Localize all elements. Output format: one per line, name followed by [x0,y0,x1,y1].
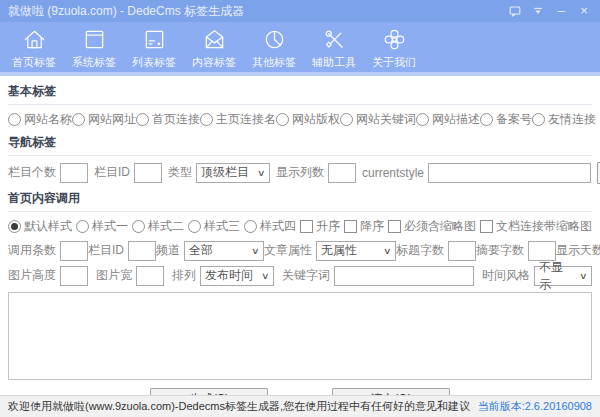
toolbar-item[interactable]: 系统标签 [64,22,124,72]
img-height-field: 图片高度 [8,266,88,286]
summary-len-input[interactable] [528,241,556,261]
radio-icon [136,113,149,126]
checkbox-option-label: 必须含缩略图 [404,218,476,235]
radio-icon [200,113,213,126]
checkbox-option[interactable]: 降序 [344,218,384,235]
currentstyle-input[interactable] [428,163,591,183]
days-label: 显示天数 [556,242,600,259]
keywords-input[interactable] [334,266,474,286]
nav-cols-input[interactable] [328,163,356,183]
toolbar-item[interactable]: 内容标签 [184,22,244,72]
basic-radio-option[interactable]: 主页连接名 [200,111,276,128]
radio-icon [276,113,289,126]
call-count-label: 调用条数 [8,242,56,259]
toolbar-item-label: 首页标签 [12,55,56,70]
basic-radio-option[interactable]: 网站版权 [276,111,340,128]
toolbar-item[interactable]: 列表标签 [124,22,184,72]
basic-radio-option[interactable]: 网站关键词 [340,111,416,128]
checkbox-icon [300,220,313,233]
channel-label: 频道 [156,242,180,259]
style-option-label: 样式四 [260,218,296,235]
section-title-nav: 导航标签 [8,134,592,156]
basic-option-label: 网站名称 [24,111,72,128]
basic-option-label: 网站版权 [292,111,340,128]
checkbox-option-label: 升序 [316,218,340,235]
basic-radio-option[interactable]: 备案号 [480,111,532,128]
img-width-field: 图片宽 [96,266,164,286]
keywords-label: 关键字词 [282,267,330,284]
basic-option-label: 友情连接 [548,111,596,128]
checkbox-option[interactable]: 必须含缩略图 [388,218,476,235]
home-id-input[interactable] [128,241,156,261]
basic-radio-option[interactable]: 网站描述 [416,111,480,128]
checkbox-option-label: 降序 [360,218,384,235]
mail-icon [202,27,227,52]
style-radio-option[interactable]: 样式二 [132,218,184,235]
chevron-down-icon: ∨ [261,271,270,281]
generate-button[interactable]: 生成(S) [150,388,268,395]
style-option-label: 样式一 [92,218,128,235]
radio-icon [532,113,545,126]
nav-currentstyle-field: currentstyle [362,163,591,183]
nav-fields-row: 栏目个数 栏目ID 类型 顶级栏目 ∨ 显示列数 currentstyle [8,162,592,183]
checkbox-option-label: 文档连接带缩略图 [496,218,592,235]
nav-count-input[interactable] [60,163,88,183]
section-title-home: 首页内容调用 [8,190,592,212]
order-field: 排列 发布时间 ∨ [172,266,274,286]
toolbar-item[interactable]: 首页标签 [4,22,64,72]
order-select[interactable]: 发布时间 ∨ [200,266,274,286]
radio-icon [416,113,429,126]
toolbar-item-label: 辅助工具 [312,55,356,70]
article-attr-field: 文章属性 无属性 ∨ [264,241,396,261]
basic-radio-option[interactable]: 首页连接 [136,111,200,128]
flower-icon [382,27,407,52]
summary-len-label: 摘要字数 [476,242,524,259]
toolbar-item[interactable]: 关于我们 [364,22,424,72]
basic-option-label: 主页连接名 [216,111,276,128]
channel-select[interactable]: 全部 ∨ [184,241,264,261]
basic-option-label: 网站描述 [432,111,480,128]
output-textarea[interactable] [8,292,592,380]
img-height-input[interactable] [60,266,88,286]
checkbox-option[interactable]: 文档连接带缩略图 [480,218,592,235]
basic-radio-option[interactable]: 友情连接 [532,111,596,128]
toolbar-item-label: 系统标签 [72,55,116,70]
close-button[interactable]: × [577,4,591,18]
style-radio-option[interactable]: 样式三 [188,218,240,235]
toolbar-item[interactable]: 其他标签 [244,22,304,72]
radio-icon [244,220,257,233]
img-width-input[interactable] [136,266,164,286]
basic-option-label: 网站关键词 [356,111,416,128]
feedback-icon[interactable] [508,4,522,18]
summary-len-field: 摘要字数 [476,241,556,261]
skin-icon[interactable] [531,4,545,18]
basic-radio-option[interactable]: 网站名称 [8,111,72,128]
img-height-label: 图片高度 [8,267,56,284]
radio-icon [76,220,89,233]
time-style-label: 时间风格 [482,267,530,284]
clear-button[interactable]: 清空(Q) [332,388,450,395]
basic-radio-option[interactable]: 网站网址 [72,111,136,128]
list-icon [142,27,167,52]
nav-id-input[interactable] [134,163,162,183]
style-radio-option[interactable]: 样式一 [76,218,128,235]
checkbox-icon [480,220,493,233]
style-radio-option[interactable]: 默认样式 [8,218,72,235]
checkbox-icon [344,220,357,233]
title-len-input[interactable] [448,241,476,261]
basic-options-row: 网站名称 网站网址 首页连接 主页连接名 网站版权 网站关键词 [8,111,592,127]
style-radio-option[interactable]: 样式四 [244,218,296,235]
time-style-select[interactable]: 不显示 ∨ [534,266,592,286]
checkbox-option[interactable]: 升序 [300,218,340,235]
home-icon [22,27,47,52]
chevron-down-icon: ∨ [251,246,260,256]
nav-type-select[interactable]: 顶级栏目 ∨ [196,163,270,183]
chevron-down-icon: ∨ [579,271,588,281]
toolbar-item[interactable]: 辅助工具 [304,22,364,72]
minimize-button[interactable]: – [554,4,568,18]
style-option-label: 默认样式 [24,218,72,235]
article-attr-select[interactable]: 无属性 ∨ [316,241,396,261]
call-count-input[interactable] [60,241,88,261]
time-style-value: 不显示 [539,259,574,293]
home-id-field: 栏目ID [88,241,156,261]
